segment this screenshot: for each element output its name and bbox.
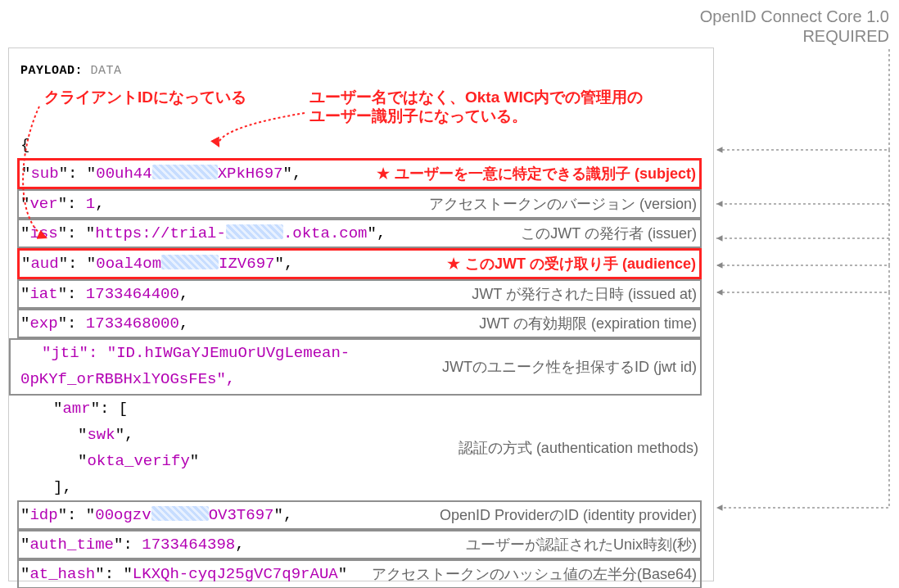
- json-code-block: { "sub": "00uh44XPkH697", ★ユーザーを一意に特定できる…: [20, 132, 702, 588]
- exp-value: 1733468000: [86, 314, 179, 332]
- annotation-client-id: クライアントIDになっている: [44, 88, 246, 107]
- jti-line1: "jti": "ID.hIWGaYJEmuOrUVgLemean-: [42, 344, 350, 362]
- jti-line2: 0pKYf_orRBBHxlYOGsFEs",: [20, 370, 235, 388]
- label-ver: アクセストークンのバージョン (version): [429, 191, 700, 217]
- ver-value: 1: [86, 195, 95, 213]
- claim-row-auth-time: "auth_time": 1733464398, ユーザーが認証されたUnix時…: [17, 530, 702, 559]
- iat-value: 1733464400: [86, 285, 179, 303]
- label-jti: JWTのユニーク性を担保するID (jwt id): [442, 340, 700, 394]
- redacted-block: [226, 224, 283, 239]
- header-line1: OpenID Connect Core 1.0: [700, 7, 889, 26]
- label-at-hash: アクセストークンのハッシュ値の左半分(Base64): [372, 561, 700, 587]
- panel-title-data: DATA: [91, 64, 122, 78]
- claim-row-aud: "aud": "0oal4omIZV697", ★このJWT の受け取り手 (a…: [17, 248, 702, 279]
- iss-value-prefix: https://trial-: [95, 224, 226, 242]
- label-aud: ★このJWT の受け取り手 (audience): [447, 251, 699, 277]
- payload-panel: PAYLOAD: DATA { "sub": "00uh44XPkH697", …: [8, 47, 714, 581]
- aud-value-suffix: IZV697: [219, 255, 274, 273]
- label-exp: JWT の有効期限 (expiration time): [479, 310, 700, 337]
- label-sub: ★ユーザーを一意に特定できる識別子 (subject): [377, 161, 699, 187]
- aud-value-prefix: 0oal4om: [96, 255, 161, 273]
- claim-row-amr: "amr": [ "swk", "okta_verify" ], 認証の方式 (…: [20, 396, 702, 500]
- claim-row-iss: "iss": "https://trial-.okta.com", このJWT …: [17, 219, 702, 248]
- claim-row-sub: "sub": "00uh44XPkH697", ★ユーザーを一意に特定できる識別…: [17, 158, 702, 189]
- at-hash-value: LKXQh-cyqJ25gVC7q9rAUA: [133, 565, 338, 583]
- redacted-block: [152, 165, 218, 179]
- redacted-block: [151, 506, 209, 521]
- redacted-block: [161, 255, 219, 269]
- claim-row-jti: "jti": "ID.hIWGaYJEmuOrUVgLemean- 0pKYf_…: [9, 338, 702, 396]
- claim-row-exp: "exp": 1733468000, JWT の有効期限 (expiration…: [17, 309, 702, 338]
- annotation-sub-note: ユーザー名ではなく、Okta WIC内での管理用の ユーザー識別子になっている。: [309, 88, 643, 126]
- claim-row-at-hash: "at_hash": "LKXQh-cyqJ25gVC7q9rAUA" アクセス…: [17, 559, 702, 588]
- claim-row-idp: "idp": "00ogzvOV3T697", OpenID Providerの…: [17, 500, 702, 530]
- open-brace: {: [20, 132, 702, 158]
- auth-time-value: 1733464398: [142, 536, 235, 554]
- panel-title-strong: PAYLOAD:: [20, 64, 83, 78]
- label-idp: OpenID ProviderのID (identity provider): [440, 502, 700, 528]
- sub-value-suffix: XPkH697: [218, 165, 283, 183]
- iss-value-suffix: .okta.com: [283, 224, 368, 242]
- header-line2: REQUIRED: [700, 26, 889, 46]
- amr-value-2: okta_verify: [87, 452, 189, 470]
- idp-value-suffix: OV3T697: [209, 506, 274, 524]
- label-auth-time: ユーザーが認証されたUnix時刻(秒): [466, 531, 700, 558]
- label-iss: このJWT の発行者 (issuer): [521, 220, 700, 247]
- amr-value-1: swk: [87, 426, 115, 444]
- idp-value-prefix: 00ogzv: [95, 506, 151, 524]
- header-required-note: OpenID Connect Core 1.0 REQUIRED: [700, 7, 889, 46]
- label-amr: 認証の方式 (authentication methods): [459, 396, 702, 500]
- label-iat: JWT が発行された日時 (issued at): [472, 281, 700, 307]
- panel-title: PAYLOAD: DATA: [20, 58, 702, 84]
- claim-row-iat: "iat": 1733464400, JWT が発行された日時 (issued …: [17, 279, 702, 309]
- claim-row-ver: "ver": 1, アクセストークンのバージョン (version): [17, 189, 702, 219]
- sub-value-prefix: 00uh44: [96, 165, 151, 183]
